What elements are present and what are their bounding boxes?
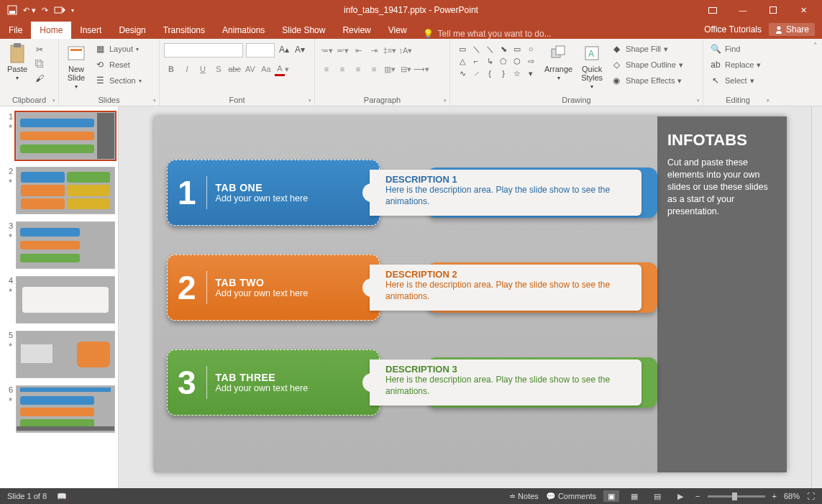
smartart-icon[interactable]: ⟶▾ [414, 62, 429, 76]
copy-icon[interactable]: ⿻ [33, 58, 46, 70]
zoom-out-icon[interactable]: − [695, 492, 700, 500]
ribbon-display-icon[interactable] [700, 2, 726, 18]
maximize-icon[interactable] [760, 2, 786, 18]
zoom-slider[interactable] [708, 495, 765, 498]
tab-slideshow[interactable]: Slide Show [273, 22, 334, 39]
change-case-button[interactable]: Aa [259, 62, 273, 76]
new-slide-button[interactable]: New Slide ▾ [63, 42, 89, 91]
close-icon[interactable]: ✕ [790, 2, 816, 18]
shape-hex-icon[interactable]: ⬡ [511, 55, 524, 67]
thumbnail-3[interactable]: 3★ [3, 221, 115, 269]
justify-icon[interactable]: ≡ [367, 62, 381, 76]
tab-file[interactable]: File [0, 22, 31, 39]
start-from-beginning-icon[interactable] [54, 5, 65, 15]
format-painter-icon[interactable]: 🖌 [33, 72, 46, 85]
reset-button[interactable]: ⟲Reset [92, 58, 143, 72]
align-right-icon[interactable]: ≡ [351, 62, 365, 76]
increase-font-icon[interactable]: A▴ [278, 43, 291, 56]
replace-button[interactable]: abReplace ▾ [708, 58, 762, 72]
fit-to-window-icon[interactable]: ⛶ [807, 492, 815, 500]
slide-sidebar[interactable]: INFOTABS Cut and paste these elements in… [657, 116, 787, 472]
shapes-gallery[interactable]: ▭＼＼⬊▭○ △⌐↳⬠⬡⇨ ∿⟋{}☆▾ [455, 42, 539, 81]
font-family-select[interactable] [164, 43, 243, 58]
normal-view-icon[interactable]: ▣ [603, 490, 619, 502]
slide[interactable]: 1TAB ONEAdd your own text here DESCRIPTI… [154, 116, 787, 472]
align-center-icon[interactable]: ≡ [335, 62, 350, 76]
sorter-view-icon[interactable]: ▦ [626, 490, 642, 502]
undo-icon[interactable]: ↶ ▾ [23, 6, 36, 15]
infotab-1[interactable]: 1TAB ONEAdd your own text here DESCRIPTI… [167, 160, 657, 226]
shape-arrow-icon[interactable]: ⬊ [497, 43, 510, 55]
shape-more-icon[interactable]: ▾ [524, 68, 537, 79]
bullets-icon[interactable]: ≔▾ [319, 43, 334, 58]
text-direction-icon[interactable]: ↕A▾ [398, 43, 413, 58]
shape-outline-button[interactable]: ◇Shape Outline ▾ [608, 58, 685, 72]
share-button[interactable]: Share [769, 23, 815, 36]
redo-icon[interactable]: ↷ [42, 6, 48, 15]
font-color-button[interactable]: A▾ [275, 62, 289, 76]
find-button[interactable]: 🔍Find [708, 42, 762, 56]
zoom-in-icon[interactable]: + [772, 492, 777, 500]
shape-oval-icon[interactable]: ○ [524, 43, 537, 55]
char-spacing-button[interactable]: AV [243, 62, 257, 76]
decrease-font-icon[interactable]: A▾ [293, 43, 306, 56]
qat-customize-icon[interactable]: ▾ [71, 7, 74, 14]
tab-review[interactable]: Review [334, 22, 379, 39]
tab-animations[interactable]: Animations [214, 22, 273, 39]
thumbnail-4[interactable]: 4★ [3, 276, 115, 324]
thumbnail-2[interactable]: 2★ [3, 167, 115, 214]
shape-star-icon[interactable]: ☆ [511, 68, 524, 79]
columns-icon[interactable]: ▥▾ [383, 62, 397, 76]
increase-indent-icon[interactable]: ⇥ [367, 43, 381, 58]
thumbnail-5[interactable]: 5★ [3, 331, 115, 378]
arrange-button[interactable]: Arrange▾ [542, 42, 575, 83]
shape-arrowr-icon[interactable]: ↳ [483, 55, 496, 67]
tab-transitions[interactable]: Transitions [155, 22, 214, 39]
minimize-icon[interactable]: — [730, 2, 756, 18]
notes-button[interactable]: ≐ Notes [509, 492, 539, 501]
cut-icon[interactable]: ✂ [33, 43, 46, 56]
shape-effects-button[interactable]: ◉Shape Effects ▾ [608, 73, 685, 88]
decrease-indent-icon[interactable]: ⇤ [351, 43, 365, 58]
shape-rect2-icon[interactable]: ▭ [511, 43, 524, 55]
shape-fill-button[interactable]: ◆Shape Fill ▾ [608, 42, 685, 56]
shape-brace-icon[interactable]: { [483, 68, 496, 79]
tab-insert[interactable]: Insert [71, 22, 110, 39]
shape-penta-icon[interactable]: ⬠ [497, 55, 510, 67]
numbering-icon[interactable]: ≕▾ [335, 43, 350, 58]
tell-me[interactable]: 💡 Tell me what you want to do... [423, 29, 552, 39]
layout-button[interactable]: ▦Layout ▾ [92, 42, 143, 56]
office-tutorials[interactable]: Office Tutorials [704, 24, 762, 35]
shadow-button[interactable]: S [211, 62, 226, 76]
shape-free-icon[interactable]: ⟋ [470, 68, 483, 79]
slideshow-view-icon[interactable]: ▶ [672, 490, 688, 502]
shape-elbow-icon[interactable]: ⌐ [470, 55, 483, 67]
quick-styles-button[interactable]: A Quick Styles▾ [578, 42, 606, 91]
align-text-icon[interactable]: ⊟▾ [398, 62, 413, 76]
shape-brace2-icon[interactable]: } [497, 68, 510, 79]
thumbnail-6[interactable]: 6★ [3, 385, 115, 433]
thumbnail-1[interactable]: 1★ [3, 112, 115, 160]
shape-rect-icon[interactable]: ▭ [456, 43, 469, 55]
slide-canvas-area[interactable]: 1TAB ONEAdd your own text here DESCRIPTI… [119, 106, 822, 488]
strikethrough-button[interactable]: abc [227, 62, 242, 76]
shape-arrow2-icon[interactable]: ⇨ [524, 55, 537, 67]
save-icon[interactable] [7, 5, 17, 15]
comments-button[interactable]: 💬 Comments [546, 492, 596, 501]
line-spacing-icon[interactable]: ‡≡▾ [383, 43, 397, 58]
tab-view[interactable]: View [380, 22, 416, 39]
align-left-icon[interactable]: ≡ [319, 62, 334, 76]
spellcheck-icon[interactable]: 📖 [57, 492, 67, 501]
select-button[interactable]: ↖Select ▾ [708, 73, 762, 88]
underline-button[interactable]: U [196, 62, 210, 76]
bold-button[interactable]: B [164, 62, 178, 76]
font-size-select[interactable] [246, 43, 275, 58]
reading-view-icon[interactable]: ▤ [649, 490, 665, 502]
section-button[interactable]: ☰Section ▾ [92, 73, 143, 88]
shape-line-icon[interactable]: ＼ [470, 43, 483, 55]
shape-curve-icon[interactable]: ∿ [456, 68, 469, 79]
zoom-level[interactable]: 68% [784, 492, 800, 500]
collapse-ribbon-icon[interactable]: ˄ [813, 39, 822, 106]
shape-line2-icon[interactable]: ＼ [483, 43, 496, 55]
tab-home[interactable]: Home [31, 22, 71, 39]
